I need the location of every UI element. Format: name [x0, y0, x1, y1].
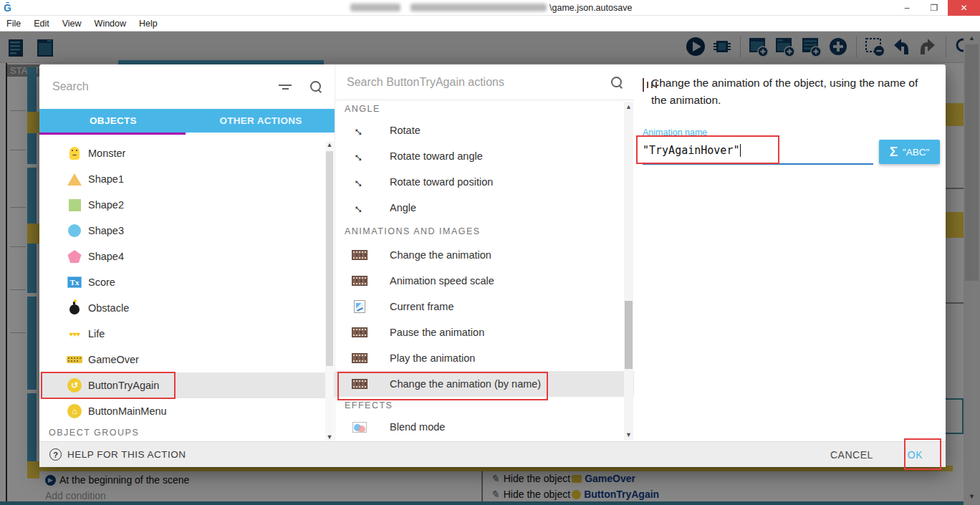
- film-icon: [643, 79, 644, 109]
- action-row-blend-mode[interactable]: Blend mode: [335, 414, 634, 440]
- tab-other-actions[interactable]: OTHER ACTIONS: [187, 109, 335, 133]
- film-icon: [351, 273, 368, 289]
- object-label: Shape3: [88, 225, 124, 236]
- window-controls: – ❐ ✕: [893, 0, 980, 16]
- close-button[interactable]: ✕: [948, 0, 980, 16]
- objects-tabs: OBJECTS OTHER ACTIONS: [39, 109, 335, 133]
- object-label: Monster: [88, 148, 125, 159]
- actions-panel: Search ButtonTryAgain actions ANGLE ↔ Ro…: [335, 64, 634, 441]
- object-label: Score: [88, 276, 115, 288]
- gameover-icon: [67, 352, 82, 367]
- bomb-icon: [67, 300, 82, 316]
- action-label: Current frame: [390, 301, 453, 312]
- action-row-current-frame[interactable]: Current frame: [335, 294, 634, 319]
- actions-search[interactable]: Search ButtonTryAgain actions: [335, 64, 634, 100]
- menu-file[interactable]: File: [0, 16, 27, 32]
- circle-icon: [67, 223, 82, 239]
- title-redacted-2: [410, 4, 547, 11]
- object-label: Obstacle: [88, 302, 129, 314]
- search-icon[interactable]: [310, 81, 322, 92]
- expression-editor-button[interactable]: Σ "ABC": [879, 140, 940, 164]
- action-label: Blend mode: [390, 421, 445, 433]
- objects-search[interactable]: Search: [39, 64, 335, 109]
- menu-help[interactable]: Help: [133, 16, 164, 32]
- object-label: GameOver: [88, 354, 139, 365]
- ok-button[interactable]: OK: [900, 445, 930, 465]
- home-button-icon: ⌂: [67, 403, 82, 419]
- scrollbar-thumb[interactable]: [326, 151, 333, 366]
- help-icon: ?: [49, 448, 62, 461]
- object-row-life[interactable]: ♥♥♥ Life: [39, 321, 335, 347]
- section-angle: ANGLE: [335, 100, 634, 117]
- object-label: Shape2: [88, 199, 124, 211]
- object-row-shape1[interactable]: Shape1: [39, 166, 335, 192]
- action-label: Rotate toward position: [390, 176, 493, 188]
- action-row-animation-speed[interactable]: Animation speed scale: [335, 268, 634, 294]
- action-label: Rotate: [390, 125, 421, 136]
- menu-bar: File Edit View Window Help: [0, 16, 980, 32]
- actions-search-placeholder: Search ButtonTryAgain actions: [347, 76, 611, 89]
- object-row-monster[interactable]: Monster: [39, 140, 335, 166]
- action-row-angle[interactable]: ↔ Angle: [335, 195, 634, 221]
- help-link[interactable]: ? HELP FOR THIS ACTION: [39, 448, 186, 461]
- action-row-rotate-toward-angle[interactable]: ↔ Rotate toward angle: [335, 143, 634, 169]
- objects-scrollbar[interactable]: ▲ ▼: [325, 141, 334, 441]
- object-label: Shape4: [88, 251, 124, 262]
- scroll-down-icon[interactable]: ▼: [624, 431, 633, 438]
- film-icon: [351, 350, 368, 366]
- action-label: Pause the animation: [390, 327, 484, 338]
- section-effects: EFFECTS: [335, 397, 634, 414]
- object-row-buttontryagain[interactable]: ↺ ButtonTryAgain: [39, 372, 335, 398]
- minimize-button[interactable]: –: [893, 0, 921, 16]
- object-row-obstacle[interactable]: Obstacle: [39, 295, 335, 321]
- hearts-icon: ♥♥♥: [67, 326, 82, 342]
- animation-name-input[interactable]: "TryAgainHover": [643, 138, 874, 162]
- triangle-icon: [67, 171, 82, 187]
- scrollbar-thumb[interactable]: [625, 301, 633, 369]
- scroll-up-icon[interactable]: ▲: [624, 103, 633, 110]
- action-row-play-animation[interactable]: Play the animation: [335, 345, 634, 371]
- scroll-up-icon[interactable]: ▲: [325, 141, 334, 148]
- object-groups-header: OBJECT GROUPS: [39, 424, 335, 441]
- actions-scrollbar[interactable]: ▲ ▼: [624, 102, 633, 440]
- action-row-rotate[interactable]: ↔ Rotate: [335, 117, 634, 143]
- menu-view[interactable]: View: [56, 16, 88, 32]
- help-label: HELP FOR THIS ACTION: [67, 449, 186, 460]
- search-icon[interactable]: [611, 77, 623, 88]
- action-label: Play the animation: [390, 352, 475, 364]
- action-row-change-animation-by-name[interactable]: Change the animation (by name): [335, 371, 634, 397]
- action-row-change-animation[interactable]: Change the animation: [335, 242, 634, 268]
- blend-mode-icon: [351, 419, 368, 435]
- action-detail-panel: Change the animation of the object, usin…: [634, 64, 946, 441]
- tab-objects[interactable]: OBJECTS: [39, 109, 187, 133]
- object-label: Shape1: [88, 173, 124, 185]
- scroll-down-icon[interactable]: ▼: [325, 433, 334, 441]
- objects-panel: Search OBJECTS OTHER ACTIONS Monster Sha…: [39, 64, 335, 441]
- object-row-shape2[interactable]: Shape2: [39, 192, 335, 218]
- object-row-gameover[interactable]: GameOver: [39, 347, 335, 372]
- action-label: Change the animation (by name): [390, 378, 541, 390]
- menu-window[interactable]: Window: [88, 16, 133, 32]
- dialog-footer: ? HELP FOR THIS ACTION CANCEL OK: [39, 441, 946, 467]
- restore-button[interactable]: ❐: [921, 0, 948, 16]
- object-row-score[interactable]: Tx Score: [39, 269, 335, 295]
- object-row-shape3[interactable]: Shape3: [39, 218, 335, 244]
- rotate-icon: ↔: [351, 174, 368, 190]
- frame-document-icon: [351, 299, 368, 314]
- object-row-buttonmainmenu[interactable]: ⌂ ButtonMainMenu: [39, 398, 335, 424]
- filter-icon[interactable]: [279, 82, 292, 92]
- object-label: Life: [88, 328, 105, 340]
- rotate-icon: ↔: [351, 148, 368, 164]
- menu-edit[interactable]: Edit: [27, 16, 56, 32]
- input-underline: [643, 163, 873, 165]
- action-row-rotate-toward-position[interactable]: ↔ Rotate toward position: [335, 169, 634, 195]
- action-row-pause-animation[interactable]: Pause the animation: [335, 319, 634, 345]
- film-icon: [351, 376, 368, 392]
- cancel-button[interactable]: CANCEL: [823, 445, 880, 465]
- title-bar: Ḡ \game.json.autosave – ❐ ✕: [0, 0, 980, 16]
- text-object-icon: Tx: [67, 274, 82, 290]
- monster-icon: [67, 145, 82, 161]
- pentagon-icon: [67, 249, 82, 264]
- action-description-row: Change the animation of the object, usin…: [634, 64, 946, 109]
- object-row-shape4[interactable]: Shape4: [39, 244, 335, 269]
